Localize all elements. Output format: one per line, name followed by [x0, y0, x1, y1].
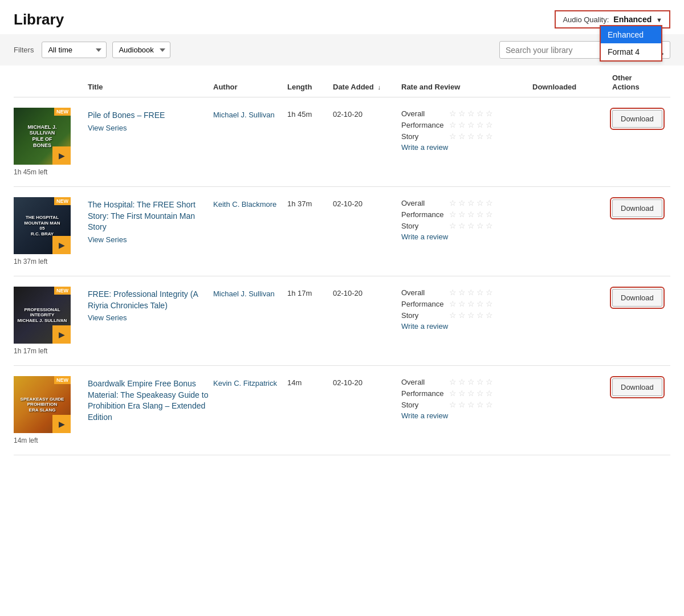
write-review-link-3[interactable]: Write a review: [401, 322, 532, 331]
new-badge-1: NEW: [54, 108, 71, 116]
overall-row-4: Overall ☆☆☆☆☆: [401, 377, 532, 386]
performance-label-1: Performance: [401, 121, 446, 129]
view-series-link-1[interactable]: View Series: [88, 124, 213, 132]
author-link-3[interactable]: Michael J. Sullivan: [213, 289, 275, 298]
rating-cell-1: Overall ☆ ☆ ☆ ☆ ☆ Performance ☆ ☆ ☆: [401, 108, 532, 152]
audio-quality-dropdown: Enhanced Format 4: [600, 25, 662, 62]
other-actions-line2: Actions: [612, 83, 640, 91]
performance-row-3: Performance ☆☆☆☆☆: [401, 299, 532, 308]
author-link-2[interactable]: Keith C. Blackmore: [213, 200, 276, 209]
book-cover-2[interactable]: THE HOSPITALMOUNTAIN MAN05R.C. BRAY NEW …: [14, 197, 71, 254]
book-title-link-3[interactable]: FREE: Professional Integrity (A Riyria C…: [88, 289, 198, 310]
star-5[interactable]: ☆: [486, 109, 493, 118]
write-review-link-2[interactable]: Write a review: [401, 232, 532, 241]
book-title-cell-3: FREE: Professional Integrity (A Riyria C…: [88, 287, 213, 322]
performance-row-1: Performance ☆ ☆ ☆ ☆ ☆: [401, 120, 532, 129]
time-left-2: 1h 37m left: [14, 258, 47, 266]
book-cover-3[interactable]: PROFESSIONALINTEGRITYMICHAEL J. SULLIVAN…: [14, 287, 71, 344]
book-cover-cell-3: PROFESSIONALINTEGRITYMICHAEL J. SULLIVAN…: [14, 287, 88, 355]
new-badge-2: NEW: [54, 197, 71, 205]
downloaded-cell-2: [532, 197, 612, 199]
story-stars-1[interactable]: ☆ ☆ ☆ ☆ ☆: [449, 132, 493, 141]
performance-stars-3[interactable]: ☆☆☆☆☆: [449, 299, 493, 308]
th-downloaded: Downloaded: [532, 83, 612, 91]
book-title-cell-4: Boardwalk Empire Free Bonus Material: Th…: [88, 376, 213, 423]
overall-stars-2[interactable]: ☆☆☆☆☆: [449, 198, 493, 207]
new-badge-4: NEW: [54, 376, 71, 384]
date-cell-2: 02-10-20: [333, 197, 401, 208]
download-button-2[interactable]: Download: [612, 199, 662, 217]
book-cover-cell-4: SPEAKEASY GUIDEPROHIBITIONERA SLANG NEW …: [14, 376, 88, 444]
performance-stars-1[interactable]: ☆ ☆ ☆ ☆ ☆: [449, 120, 493, 129]
rating-cell-2: Overall ☆☆☆☆☆ Performance ☆☆☆☆☆ Story ☆☆…: [401, 197, 532, 241]
downloaded-cell-3: [532, 287, 612, 289]
overall-label-3: Overall: [401, 288, 446, 297]
download-button-1[interactable]: Download: [612, 110, 662, 128]
time-filter-select[interactable]: All time Last 30 days Last 90 days Last …: [42, 42, 107, 58]
overall-label-4: Overall: [401, 378, 446, 386]
date-cell-4: 02-10-20: [333, 376, 401, 387]
book-title-cell-2: The Hospital: The FREE Short Story: The …: [88, 197, 213, 244]
author-cell-3: Michael J. Sullivan: [213, 287, 287, 299]
audio-quality-label: Audio Quality:: [563, 15, 609, 24]
overall-row-1: Overall ☆ ☆ ☆ ☆ ☆: [401, 109, 532, 118]
downloaded-cell-4: [532, 376, 612, 378]
star-1[interactable]: ☆: [449, 109, 457, 118]
play-badge-1[interactable]: ▶: [52, 146, 71, 165]
play-badge-3[interactable]: ▶: [52, 325, 71, 344]
download-button-3[interactable]: Download: [612, 289, 662, 307]
play-badge-2[interactable]: ▶: [52, 236, 71, 254]
write-review-link-1[interactable]: Write a review: [401, 143, 532, 152]
type-filter-select[interactable]: Audiobook Podcast Lecture: [112, 42, 170, 58]
cover-text-3: PROFESSIONALINTEGRITYMICHAEL J. SULLIVAN: [15, 305, 70, 326]
write-review-link-4[interactable]: Write a review: [401, 411, 532, 420]
performance-row-2: Performance ☆☆☆☆☆: [401, 210, 532, 219]
view-series-link-2[interactable]: View Series: [88, 235, 213, 244]
performance-stars-4[interactable]: ☆☆☆☆☆: [449, 389, 493, 398]
view-series-link-3[interactable]: View Series: [88, 313, 213, 322]
time-left-1: 1h 45m left: [14, 168, 47, 176]
star-2[interactable]: ☆: [458, 109, 466, 118]
date-cell-3: 02-10-20: [333, 287, 401, 297]
overall-stars-3[interactable]: ☆☆☆☆☆: [449, 288, 493, 297]
story-label-2: Story: [401, 222, 446, 230]
author-link-1[interactable]: Michael J. Sullivan: [213, 111, 275, 119]
length-cell-1: 1h 45m: [287, 108, 333, 119]
book-cover-cell-2: THE HOSPITALMOUNTAIN MAN05R.C. BRAY NEW …: [14, 197, 88, 266]
overall-stars-4[interactable]: ☆☆☆☆☆: [449, 377, 493, 386]
book-title-link-4[interactable]: Boardwalk Empire Free Bonus Material: Th…: [88, 379, 208, 422]
author-link-4[interactable]: Kevin C. Fitzpatrick: [213, 379, 277, 387]
th-date-added[interactable]: Date Added ↓: [333, 83, 401, 91]
download-button-4[interactable]: Download: [612, 378, 662, 396]
th-title: Title: [88, 83, 213, 91]
performance-row-4: Performance ☆☆☆☆☆: [401, 389, 532, 398]
overall-row-3: Overall ☆☆☆☆☆: [401, 288, 532, 297]
date-cell-1: 02-10-20: [333, 108, 401, 119]
story-stars-3[interactable]: ☆☆☆☆☆: [449, 311, 493, 320]
performance-stars-2[interactable]: ☆☆☆☆☆: [449, 210, 493, 219]
overall-stars-1[interactable]: ☆ ☆ ☆ ☆ ☆: [449, 109, 493, 118]
audio-quality-option-format4[interactable]: Format 4: [601, 43, 661, 60]
performance-label-3: Performance: [401, 300, 446, 308]
th-other-actions: Other Actions: [612, 74, 684, 91]
play-badge-4[interactable]: ▶: [52, 415, 71, 433]
star-4[interactable]: ☆: [477, 109, 484, 118]
book-title-link-2[interactable]: The Hospital: The FREE Short Story: The …: [88, 200, 196, 231]
book-cover-4[interactable]: SPEAKEASY GUIDEPROHIBITIONERA SLANG NEW …: [14, 376, 71, 433]
length-cell-3: 1h 17m: [287, 287, 333, 297]
rating-cell-4: Overall ☆☆☆☆☆ Performance ☆☆☆☆☆ Story ☆☆…: [401, 376, 532, 420]
star-3[interactable]: ☆: [467, 109, 475, 118]
table-row: THE HOSPITALMOUNTAIN MAN05R.C. BRAY NEW …: [14, 187, 670, 276]
play-icon-4: ▶: [59, 419, 65, 429]
story-stars-2[interactable]: ☆☆☆☆☆: [449, 221, 493, 230]
book-cover-1[interactable]: MICHAEL J. SULLIVANPILE OFBONES NEW ▶: [14, 108, 71, 165]
sort-arrow-icon: ↓: [377, 84, 381, 91]
dropdown-arrow-icon[interactable]: ▼: [656, 17, 662, 23]
play-icon-1: ▶: [59, 151, 65, 160]
story-stars-4[interactable]: ☆☆☆☆☆: [449, 400, 493, 409]
audio-quality-option-enhanced[interactable]: Enhanced: [601, 26, 661, 43]
book-title-link-1[interactable]: Pile of Bones – FREE: [88, 111, 165, 120]
story-row-4: Story ☆☆☆☆☆: [401, 400, 532, 409]
cover-text-4: SPEAKEASY GUIDEPROHIBITIONERA SLANG: [18, 394, 67, 415]
table-row: SPEAKEASY GUIDEPROHIBITIONERA SLANG NEW …: [14, 366, 670, 455]
